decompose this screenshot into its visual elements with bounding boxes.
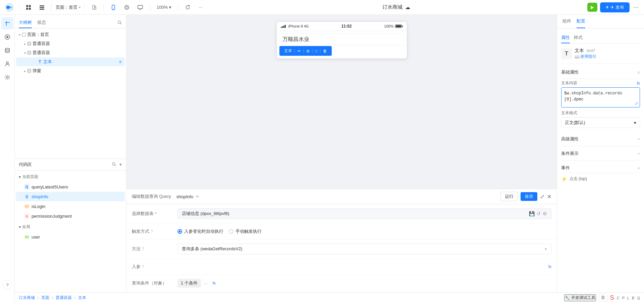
toolbar-more-btn[interactable]: □ (313, 48, 319, 54)
tree-action-more-c1[interactable]: ≡ (118, 41, 122, 47)
event-item-tap[interactable]: ⚡ 点击 (tap) (561, 175, 640, 183)
db-selector[interactable]: 店铺信息 (dpxx_6t6pvf8) 💾 ↺ ⚙ (177, 208, 551, 219)
sidebar-components-btn[interactable] (1, 31, 13, 43)
toolbar-edit-btn[interactable]: ✏ (296, 48, 303, 54)
bottom-icon-2: C (617, 296, 620, 300)
mobile-view-btn[interactable] (108, 3, 119, 11)
toolbar-more-btn[interactable]: ··· (196, 3, 205, 11)
toolbar-copy-btn[interactable]: ⧉ (305, 48, 312, 54)
tree-action-more-c2[interactable]: ≡ (118, 50, 122, 56)
breadcrumb-app[interactable]: 订水商城 (19, 295, 35, 301)
tree-item-container2[interactable]: ▾ 普通容器 ≡ (16, 48, 125, 57)
params-fx-btn[interactable]: fx (548, 264, 551, 269)
code-group-global[interactable]: ▾ 全局 (15, 222, 126, 232)
grid-view-btn[interactable] (23, 3, 34, 11)
toolbar-sep-4: | (320, 49, 321, 53)
header-more-btn[interactable]: ··· (632, 2, 640, 12)
query-row-params: 入参 ? fx (126, 259, 557, 275)
code-item-permissionJudgment[interactable]: ◇ permissionJudgment (16, 211, 125, 221)
help-btn[interactable]: ? (3, 280, 12, 290)
query-label-conditions: 查询条件（对象） (132, 280, 172, 286)
breadcrumb-sep-2: > (51, 296, 54, 300)
breadcrumb-container[interactable]: 普通容器 (56, 295, 72, 301)
query-close-btn[interactable]: ✕ (547, 193, 551, 200)
text-content-expand-btn[interactable]: ⤢ (635, 101, 638, 106)
query-name: shopInfo (176, 194, 193, 199)
run-btn[interactable]: ▶ (587, 3, 597, 12)
tab-config[interactable]: 配置 (577, 15, 585, 28)
code-group-current-page[interactable]: ▾ 当前页面 (15, 172, 126, 182)
tree-item-container1[interactable]: ▸ 普通容器 ≡ (16, 39, 125, 48)
desktop-view-btn[interactable] (135, 3, 146, 11)
page-indicator[interactable]: 页面：首页 ▾ (56, 4, 80, 10)
tree-item-modal[interactable]: ▸ 弹窗 ≡ (16, 67, 125, 75)
publish-btn[interactable]: ✈ ✈ 发布 (600, 2, 630, 12)
text-content-input[interactable]: $w.shopInfo.data.records[0].dpmc ⤢ (561, 87, 640, 107)
battery-pct: 100% (384, 24, 393, 28)
tree-action-more-modal[interactable]: ≡ (118, 68, 122, 74)
params-help-icon[interactable]: ? (142, 264, 144, 269)
phone-text-element[interactable]: 万顺昌水业 (279, 34, 404, 45)
text-content-value: $w.shopInfo.data.records[0].dpmc (564, 90, 637, 102)
sidebar-layers-btn[interactable] (1, 17, 13, 30)
db-settings-icon[interactable]: ⚙ (543, 211, 547, 216)
toolbar-text-label[interactable]: 文本 (282, 47, 294, 54)
tree-action-more-text[interactable]: ≡ (118, 59, 122, 65)
right-panel: 组件 配置 属性 样式 T 文本 t (557, 15, 644, 303)
sub-tab-attrs[interactable]: 属性 (561, 33, 570, 43)
condition-tag[interactable]: 1 个条件 (177, 279, 201, 288)
sub-tab-styles[interactable]: 样式 (574, 33, 583, 43)
text-element-toolbar: 文本 | ✏ | ⧉ | □ | 🗑 (279, 46, 332, 56)
trigger-help-icon[interactable]: ? (151, 229, 153, 234)
query-actions: 运行 保存 ⤢ ✕ (500, 192, 551, 201)
text-content-fx-btn[interactable]: fx (637, 81, 640, 86)
refresh-btn[interactable] (182, 3, 193, 11)
dev-tools-btn[interactable]: 🔧 开发调试工具 (564, 294, 596, 301)
code-item-shopInfo[interactable]: Q shopInfo (16, 192, 125, 201)
trigger-auto-radio[interactable]: 入参变化时自动执行 (177, 228, 223, 234)
tab-outline[interactable]: 大纲树 (19, 17, 32, 28)
db-refresh-icon[interactable]: ↺ (537, 211, 541, 216)
app-logo[interactable] (4, 2, 15, 13)
breadcrumb-page[interactable]: 页面 (41, 295, 49, 301)
toolbar-delete-btn[interactable]: 🗑 (321, 48, 329, 54)
tree-caret-c2: ▾ (24, 51, 26, 55)
db-save-icon[interactable]: 💾 (529, 211, 535, 216)
code-add-btn[interactable]: + (119, 162, 122, 168)
list-view-btn[interactable] (37, 3, 47, 11)
method-help-icon[interactable]: ? (142, 247, 144, 251)
query-name-edit-btn[interactable]: ✏ (196, 194, 199, 199)
outline-search-btn[interactable] (117, 20, 122, 26)
format-select[interactable]: 正文(默认) ▾ (561, 117, 640, 128)
run-query-btn[interactable]: 运行 (500, 192, 518, 201)
logo-icon (5, 3, 14, 12)
event-header[interactable]: 事件 ∨ (561, 165, 640, 171)
sidebar-users-btn[interactable] (1, 58, 13, 70)
code-item-isLogin[interactable]: (x) isLogin (16, 202, 125, 211)
query-expand-btn[interactable]: ⤢ (540, 193, 544, 200)
tab-state[interactable]: 状态 (37, 17, 46, 28)
circle-view-btn[interactable] (121, 3, 132, 11)
save-query-btn[interactable]: 保存 (521, 192, 537, 201)
query-value-method: 查询多条 (wedaGetRecordsV2) ▾ (177, 244, 551, 254)
use-guide-link[interactable]: 📖 使用指引 (575, 54, 596, 59)
zoom-selector[interactable]: 100% ▾ (154, 3, 174, 11)
condition-more-btn[interactable]: ··· (204, 281, 207, 286)
advanced-section[interactable]: 高级属性 > (561, 133, 640, 145)
tab-components[interactable]: 组件 (562, 15, 571, 28)
code-search-btn[interactable] (112, 162, 116, 168)
code-item-queryLatest5Users[interactable]: Q queryLatest5Users (16, 182, 125, 191)
code-item-user[interactable]: (x) user (16, 232, 125, 242)
sidebar-data-btn[interactable] (1, 44, 13, 56)
bottom-lang-btn[interactable]: 英 (599, 294, 607, 302)
tree-item-page[interactable]: ▾ 页面：首页 (16, 30, 125, 39)
method-select[interactable]: 查询多条 (wedaGetRecordsV2) ▾ (177, 244, 551, 254)
trigger-manual-radio[interactable]: 手动触发执行 (229, 228, 262, 234)
sidebar-settings-btn[interactable] (1, 71, 13, 83)
condition-section[interactable]: 条件展示 > (561, 148, 640, 159)
breadcrumb-text[interactable]: 文本 (78, 295, 86, 301)
condition-fx-btn[interactable]: fx (213, 281, 216, 286)
tree-item-text[interactable]: ▸ T 文本 ≡ (16, 57, 125, 66)
new-page-btn[interactable] (89, 3, 100, 11)
basic-section-header[interactable]: 基础属性 ∨ (561, 67, 640, 77)
